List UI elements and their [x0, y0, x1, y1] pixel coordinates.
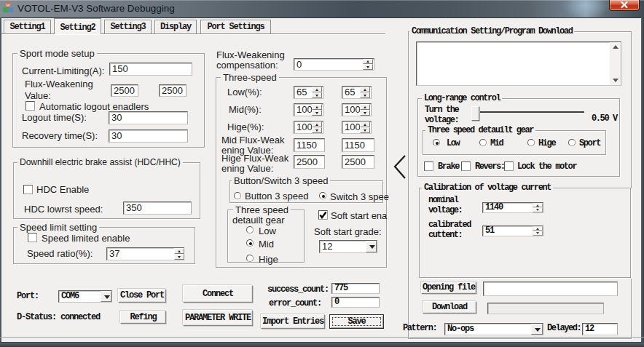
svg-text:M: M [7, 3, 10, 7]
